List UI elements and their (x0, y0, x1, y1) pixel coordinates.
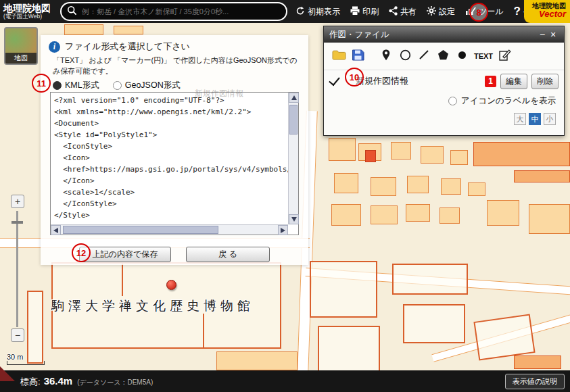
zoom-in-button[interactable]: + (11, 195, 24, 208)
map-building (392, 264, 468, 295)
search-icon (67, 5, 77, 18)
map-building (64, 24, 103, 35)
scale-bar: 30 m (7, 353, 45, 365)
basemap-select-button[interactable]: 地図 (4, 27, 38, 65)
icon-label-radio[interactable] (448, 97, 457, 105)
gsi-maps-app: 駒澤大学禅文化歴史博物館 地理院地図 (電子国土Web) 初期表示 (0, 0, 570, 392)
scroll-right-icon (281, 228, 285, 233)
share-icon (389, 6, 398, 18)
map-building (310, 261, 377, 318)
panel-title: 作図・ファイル (329, 29, 389, 41)
status-bar: 標高: 36.4m (データソース：DEM5A) 表示値の説明 (0, 370, 570, 392)
share-button[interactable]: 共有 (389, 6, 417, 18)
settings-button[interactable]: 設定 (427, 6, 455, 18)
size-small-button[interactable]: 小 (544, 113, 556, 125)
size-large-button[interactable]: 大 (514, 113, 526, 125)
edit-shape-tool-button[interactable] (496, 47, 515, 66)
back-button[interactable]: 戻 る (186, 247, 270, 262)
gear-icon (427, 6, 436, 18)
vertical-scrollbar[interactable] (288, 93, 298, 224)
reset-view-button[interactable]: 初期表示 (295, 6, 340, 18)
line-tool-button[interactable] (414, 47, 433, 66)
save-file-button[interactable] (348, 47, 367, 66)
edit-button[interactable]: 編集 (500, 74, 527, 89)
map-building (441, 178, 461, 195)
elevation-source: (データソース：DEM5A) (77, 378, 153, 387)
map-building (529, 204, 570, 234)
scroll-left-button[interactable] (51, 225, 61, 235)
zoom-slider-track[interactable] (16, 211, 18, 327)
map-building (473, 142, 570, 166)
circle-tool-icon (400, 49, 411, 64)
delete-button[interactable]: 削除 (531, 74, 559, 89)
polygon-tool-button[interactable] (433, 47, 452, 66)
panel-title-bar[interactable]: 作図・ファイル − × (324, 26, 564, 43)
gsi-vector-badge[interactable]: 地理院地図 Vector (524, 0, 570, 23)
map-building (371, 177, 396, 196)
horizontal-scroll-thumb[interactable] (63, 226, 218, 234)
search-box[interactable] (60, 2, 287, 21)
info-icon: i (49, 41, 60, 53)
close-button[interactable]: × (548, 29, 559, 40)
geojson-format-option[interactable]: GeoJSON形式 (113, 80, 181, 91)
map-building-wall (203, 314, 204, 349)
dialog-title: ファイル形式を選択して下さい (65, 41, 190, 53)
check-icon[interactable] (329, 74, 340, 85)
map-building (514, 356, 561, 369)
scroll-up-button[interactable] (289, 93, 299, 103)
icon-label-text: アイコンのラベルを表示 (461, 95, 556, 107)
format-options: KML形式 GeoJSON形式 (53, 80, 308, 91)
scroll-up-icon (291, 95, 297, 100)
save-content-button[interactable]: 上記の内容で保存 (79, 247, 171, 262)
map-building (334, 173, 358, 193)
open-file-button[interactable] (329, 47, 348, 66)
map-building (450, 150, 468, 165)
header-buttons: 初期表示 印刷 共有 設定 (295, 5, 548, 18)
scroll-down-button[interactable] (289, 214, 299, 224)
circle-tool-button[interactable] (396, 47, 414, 66)
size-medium-button[interactable]: 中 (529, 113, 541, 125)
map-building (407, 176, 429, 193)
map-building (371, 205, 398, 224)
kml-format-option[interactable]: KML形式 (53, 80, 99, 91)
annotation-10: 10 (345, 68, 364, 87)
minimize-button[interactable]: − (537, 29, 548, 40)
line-tool-icon (419, 49, 429, 63)
reset-view-label: 初期表示 (308, 6, 340, 18)
polygon-tool-icon (437, 49, 449, 63)
edit-pencil-icon (499, 49, 511, 64)
elevation-value: 36.4m (44, 375, 73, 387)
kml-radio[interactable] (53, 81, 62, 90)
dialog-body-text: 「TEXT」 および 「マーカー(円)」 で作図した内容はGeoJSON形式での… (53, 55, 299, 77)
search-input[interactable] (80, 7, 281, 16)
print-button[interactable]: 印刷 (350, 6, 379, 18)
scale-line (7, 361, 45, 365)
dot-tool-button[interactable] (452, 47, 471, 66)
map-marker[interactable] (166, 280, 176, 290)
icon-label-row: アイコンのラベルを表示 (324, 92, 564, 109)
scroll-right-button[interactable] (278, 225, 288, 235)
xml-content: <?xml version="1.0" encoding="UTF-8"?> <… (51, 93, 288, 224)
vertical-scroll-thumb[interactable] (289, 105, 298, 134)
share-label: 共有 (400, 6, 417, 18)
map-building (329, 138, 356, 161)
horizontal-scrollbar[interactable] (51, 224, 288, 235)
marker-tool-button[interactable] (377, 47, 396, 66)
app-title-text: 地理院地図 (3, 3, 59, 14)
geojson-radio[interactable] (113, 81, 122, 90)
settings-label: 設定 (439, 6, 455, 18)
map-building (514, 170, 570, 182)
zoom-slider-thumb[interactable] (11, 221, 23, 224)
zoom-out-button[interactable]: − (11, 328, 24, 342)
label-size-row: 大 中 小 (324, 109, 564, 128)
value-legend-button[interactable]: 表示値の説明 (505, 374, 565, 389)
xml-preview-box[interactable]: <?xml version="1.0" encoding="UTF-8"?> <… (50, 92, 299, 235)
map-building (406, 204, 430, 222)
save-disk-icon (352, 49, 364, 64)
dialog-info-row: i ファイル形式を選択して下さい (41, 35, 308, 54)
ghost-panel-label: 新規作図情報 (195, 88, 243, 99)
text-tool-button[interactable]: TEXT (471, 47, 496, 66)
feature-count-badge: 1 (485, 76, 496, 87)
reload-icon (295, 6, 305, 18)
save-file-dialog: i ファイル形式を選択して下さい 「TEXT」 および 「マーカー(円)」 で作… (41, 35, 308, 265)
